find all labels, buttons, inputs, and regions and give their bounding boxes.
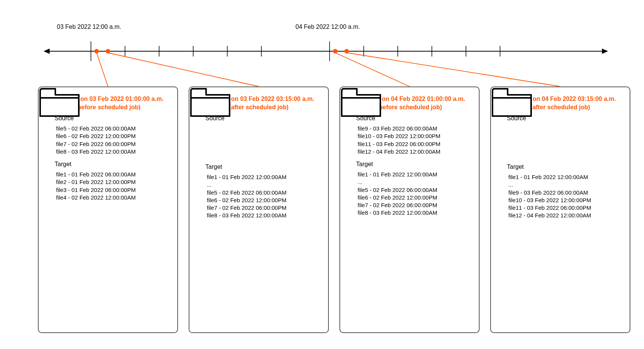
connector-line [347, 53, 560, 86]
svg-marker-2 [602, 49, 608, 54]
svg-marker-1 [44, 49, 50, 54]
connector-line [335, 53, 410, 86]
timeline-overlay [0, 0, 644, 349]
connector-line [97, 53, 108, 86]
connector-line [108, 53, 259, 86]
